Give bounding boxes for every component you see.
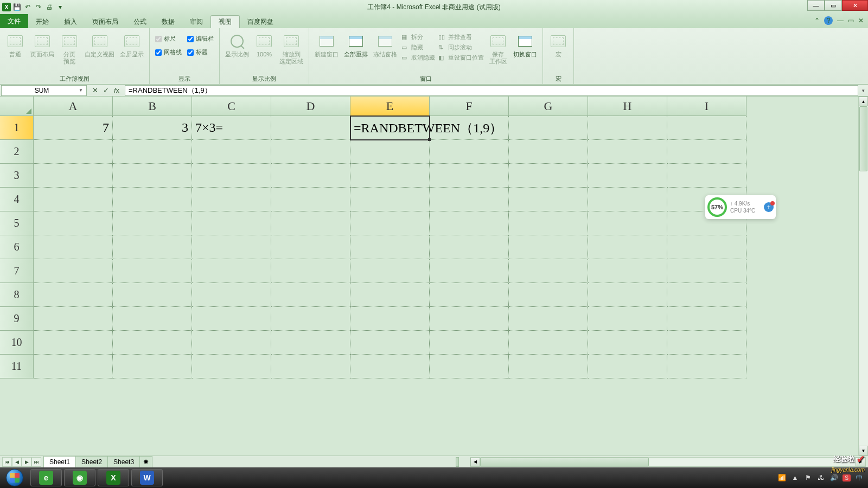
switch-windows-button[interactable]: 切换窗口 xyxy=(511,31,539,59)
cell-B7[interactable] xyxy=(113,259,192,283)
ribbon-minimize-icon[interactable]: ⌃ xyxy=(814,17,820,24)
perf-expand-icon[interactable]: + xyxy=(764,202,774,212)
cell-C7[interactable] xyxy=(192,259,271,283)
task-word[interactable]: W xyxy=(131,469,163,486)
cell-E4[interactable] xyxy=(350,188,430,211)
cell-G10[interactable] xyxy=(509,331,588,355)
cell-E6[interactable] xyxy=(350,235,430,259)
scroll-left-icon[interactable]: ◀ xyxy=(470,458,480,466)
cell-H8[interactable] xyxy=(588,283,667,307)
cell-C9[interactable] xyxy=(192,307,271,331)
cell-D2[interactable] xyxy=(271,140,350,164)
cell-A10[interactable] xyxy=(34,331,113,355)
page-break-button[interactable]: 分页 预览 xyxy=(58,31,81,66)
reset-position-button[interactable]: ◧重设窗口位置 xyxy=(437,53,485,62)
workbook-restore-icon[interactable]: ▭ xyxy=(848,17,854,24)
cell-D11[interactable] xyxy=(271,355,350,378)
column-header-H[interactable]: H xyxy=(588,97,667,116)
cell-B10[interactable] xyxy=(113,331,192,355)
row-header-7[interactable]: 7 xyxy=(0,259,34,283)
cell-I6[interactable] xyxy=(667,235,746,259)
qat-customize-icon[interactable]: ▾ xyxy=(55,2,65,12)
cell-F6[interactable] xyxy=(430,235,509,259)
cell-G4[interactable] xyxy=(509,188,588,211)
horizontal-scroll-thumb[interactable] xyxy=(480,458,649,466)
tab-formulas[interactable]: 公式 xyxy=(126,15,154,28)
cell-D3[interactable] xyxy=(271,164,350,188)
cell-A3[interactable] xyxy=(34,164,113,188)
cell-I9[interactable] xyxy=(667,307,746,331)
insert-function-icon[interactable]: fx xyxy=(112,86,122,95)
cell-I8[interactable] xyxy=(667,283,746,307)
task-browser-2[interactable]: ◉ xyxy=(64,469,95,486)
cell-E8[interactable] xyxy=(350,283,430,307)
workbook-minimize-icon[interactable]: — xyxy=(837,17,844,24)
close-button[interactable]: ✕ xyxy=(842,0,868,11)
row-header-5[interactable]: 5 xyxy=(0,211,34,235)
tab-view[interactable]: 视图 xyxy=(210,15,240,28)
custom-views-button[interactable]: 自定义视图 xyxy=(82,31,117,59)
cell-C2[interactable] xyxy=(192,140,271,164)
help-icon[interactable]: ? xyxy=(824,16,833,25)
vertical-scroll-thumb[interactable] xyxy=(859,106,867,171)
cell-B2[interactable] xyxy=(113,140,192,164)
cell-B6[interactable] xyxy=(113,235,192,259)
horizontal-scrollbar[interactable]: ◀ ▶ xyxy=(470,457,866,467)
zoom-button[interactable]: 显示比例 xyxy=(223,31,251,59)
cell-C3[interactable] xyxy=(192,164,271,188)
name-box[interactable]: SUM ▼ xyxy=(1,85,87,96)
cell-H7[interactable] xyxy=(588,259,667,283)
cell-C6[interactable] xyxy=(192,235,271,259)
cell-F2[interactable] xyxy=(430,140,509,164)
headings-checkbox[interactable]: 标题 xyxy=(187,48,214,56)
volume-icon[interactable]: 🔊 xyxy=(829,473,838,482)
tab-page-layout[interactable]: 页面布局 xyxy=(85,15,126,28)
new-window-button[interactable]: 新建窗口 xyxy=(312,31,341,59)
name-box-dropdown-icon[interactable]: ▼ xyxy=(79,88,83,93)
row-header-6[interactable]: 6 xyxy=(0,235,34,259)
cell-F5[interactable] xyxy=(430,211,509,235)
cell-C4[interactable] xyxy=(192,188,271,211)
wifi-icon[interactable]: 📶 xyxy=(777,473,786,482)
cell-G1[interactable] xyxy=(509,116,588,140)
cell-D1[interactable] xyxy=(271,116,350,140)
cell-A2[interactable] xyxy=(34,140,113,164)
gridlines-checkbox[interactable]: 网格线 xyxy=(155,48,182,56)
cell-D10[interactable] xyxy=(271,331,350,355)
cell-B5[interactable] xyxy=(113,211,192,235)
sheet-tab-2[interactable]: Sheet2 xyxy=(75,456,108,467)
row-header-3[interactable]: 3 xyxy=(0,164,34,188)
cell-D9[interactable] xyxy=(271,307,350,331)
cancel-formula-icon[interactable]: ✕ xyxy=(90,86,100,95)
tab-data[interactable]: 数据 xyxy=(154,15,182,28)
cell-H3[interactable] xyxy=(588,164,667,188)
cell-G8[interactable] xyxy=(509,283,588,307)
sheet-tab-1[interactable]: Sheet1 xyxy=(43,456,76,467)
maximize-button[interactable]: ▭ xyxy=(825,0,842,11)
cell-D5[interactable] xyxy=(271,211,350,235)
row-header-11[interactable]: 11 xyxy=(0,355,34,378)
print-icon[interactable]: 🖨 xyxy=(44,2,54,12)
tab-review[interactable]: 审阅 xyxy=(182,15,210,28)
start-button[interactable] xyxy=(0,467,29,488)
performance-widget[interactable]: 57% ↑ 4.9K/s CPU 34°C + xyxy=(705,195,776,219)
cell-I7[interactable] xyxy=(667,259,746,283)
cell-A4[interactable] xyxy=(34,188,113,211)
cell-I11[interactable] xyxy=(667,355,746,378)
freeze-panes-button[interactable]: 冻结窗格 xyxy=(371,31,399,59)
side-by-side-button[interactable]: ▯▯并排查看 xyxy=(437,33,485,42)
cell-B3[interactable] xyxy=(113,164,192,188)
cell-I3[interactable] xyxy=(667,164,746,188)
cell-H5[interactable] xyxy=(588,211,667,235)
scroll-up-icon[interactable]: ▲ xyxy=(859,97,868,106)
cell-H10[interactable] xyxy=(588,331,667,355)
cell-F11[interactable] xyxy=(430,355,509,378)
minimize-button[interactable]: — xyxy=(807,0,825,11)
cell-B9[interactable] xyxy=(113,307,192,331)
tab-home[interactable]: 开始 xyxy=(28,15,56,28)
new-sheet-icon[interactable]: ✸ xyxy=(139,456,152,467)
cell-D7[interactable] xyxy=(271,259,350,283)
enter-formula-icon[interactable]: ✓ xyxy=(101,86,111,95)
sheet-next-icon[interactable]: ▶ xyxy=(22,457,31,467)
cell-G6[interactable] xyxy=(509,235,588,259)
